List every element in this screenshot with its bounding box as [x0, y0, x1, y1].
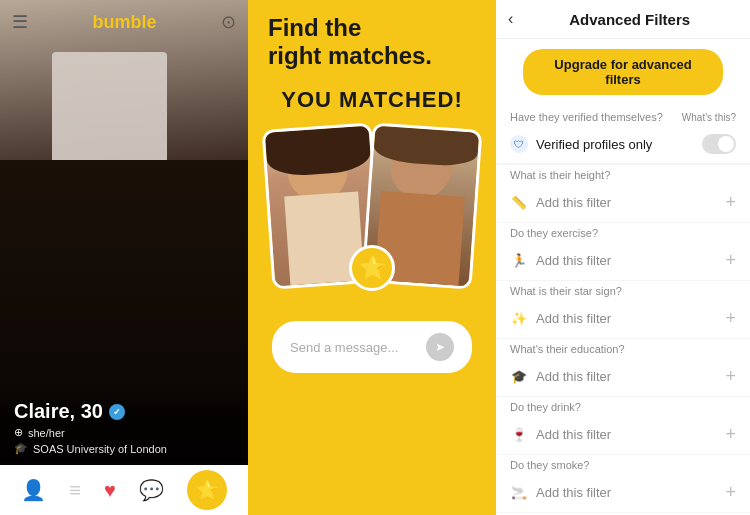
filter-icon[interactable]: ⊙	[221, 11, 236, 33]
match-header: Find the right matches.	[248, 0, 496, 75]
filter-section-5: Do they smoke? 🚬 Add this filter +	[496, 455, 750, 513]
filter-row-4[interactable]: 🍷 Add this filter +	[496, 415, 750, 455]
filter-label-0: Add this filter	[536, 195, 725, 210]
filter-row-2[interactable]: ✨ Add this filter +	[496, 299, 750, 339]
filter-add-icon-4[interactable]: +	[725, 424, 736, 445]
filters-title: Advanced Filters	[521, 11, 738, 28]
filter-section-1: Do they exercise? 🏃 Add this filter +	[496, 223, 750, 281]
star-badge[interactable]: ⭐	[187, 470, 227, 510]
filters-scroll: Upgrade for advanced filters Have they v…	[496, 39, 750, 515]
find-text: Find the right matches.	[268, 14, 476, 69]
filter-add-icon-1[interactable]: +	[725, 250, 736, 271]
filter-question-1: Do they exercise?	[496, 223, 750, 241]
filter-label-1: Add this filter	[536, 253, 725, 268]
profile-panel: ☰ bumble ⊙ Claire, 30 ✓ ⊕ she/her 🎓 SOAS…	[0, 0, 248, 515]
filter-add-icon-2[interactable]: +	[725, 308, 736, 329]
message-input-area[interactable]: Send a message... ➤	[272, 321, 472, 373]
filter-question-5: Do they smoke?	[496, 455, 750, 473]
profile-info: Claire, 30 ✓ ⊕ she/her 🎓 SOAS University…	[0, 388, 248, 463]
filter-icon-2: ✨	[510, 310, 528, 328]
filter-section-0: What is their height? 📏 Add this filter …	[496, 165, 750, 223]
filter-question-2: What is their star sign?	[496, 281, 750, 299]
filter-icon-0: 📏	[510, 194, 528, 212]
verified-filter-row: 🛡 Verified profiles only	[496, 125, 750, 164]
verified-top-row: Have they verified themselves? What's th…	[496, 105, 750, 125]
profile-pronoun: ⊕ she/her	[14, 426, 234, 439]
bottom-nav: 👤 ≡ ♥ 💬 ⭐	[0, 465, 248, 515]
filter-label-5: Add this filter	[536, 485, 725, 500]
upgrade-button[interactable]: Upgrade for advanced filters	[523, 49, 723, 95]
send-button[interactable]: ➤	[426, 333, 454, 361]
matched-label: YOU MATCHED!	[281, 87, 462, 113]
shield-icon: 🛡	[510, 135, 528, 153]
whats-this-link[interactable]: What's this?	[682, 112, 736, 123]
profile-top-bar: ☰ bumble ⊙	[0, 0, 248, 44]
heart-nav-icon[interactable]: ♥	[104, 479, 116, 502]
filter-row-0[interactable]: 📏 Add this filter +	[496, 183, 750, 223]
back-icon[interactable]: ☰	[12, 11, 28, 33]
bumble-logo: bumble	[92, 12, 156, 33]
filter-label-4: Add this filter	[536, 427, 725, 442]
profile-name: Claire, 30 ✓	[14, 400, 234, 423]
filter-row-3[interactable]: 🎓 Add this filter +	[496, 357, 750, 397]
filter-icon-4: 🍷	[510, 426, 528, 444]
filter-icon-5: 🚬	[510, 484, 528, 502]
match-panel: Find the right matches. YOU MATCHED! ⭐ S…	[248, 0, 496, 515]
filter-rows: What is their height? 📏 Add this filter …	[496, 165, 750, 515]
match-photos: ⭐	[267, 121, 477, 291]
message-placeholder: Send a message...	[290, 340, 398, 355]
filter-section-3: What's their education? 🎓 Add this filte…	[496, 339, 750, 397]
filter-question-0: What is their height?	[496, 165, 750, 183]
filter-section-4: Do they drink? 🍷 Add this filter +	[496, 397, 750, 455]
filter-label-2: Add this filter	[536, 311, 725, 326]
verified-section: Have they verified themselves? What's th…	[496, 105, 750, 165]
profile-university: 🎓 SOAS University of London	[14, 442, 234, 455]
filter-icon-1: 🏃	[510, 252, 528, 270]
filter-row-1[interactable]: 🏃 Add this filter +	[496, 241, 750, 281]
filter-add-icon-5[interactable]: +	[725, 482, 736, 503]
filter-question-4: Do they drink?	[496, 397, 750, 415]
filter-icon-3: 🎓	[510, 368, 528, 386]
filter-section-2: What is their star sign? ✨ Add this filt…	[496, 281, 750, 339]
verified-toggle[interactable]	[702, 134, 736, 154]
filters-panel: ‹ Advanced Filters Upgrade for advanced …	[496, 0, 750, 515]
filter-add-icon-3[interactable]: +	[725, 366, 736, 387]
menu-nav-icon[interactable]: ≡	[69, 479, 81, 502]
chat-nav-icon[interactable]: 💬	[139, 478, 164, 502]
filters-header: ‹ Advanced Filters	[496, 0, 750, 39]
match-star-icon: ⭐	[349, 245, 395, 291]
verified-filter-label: Verified profiles only	[536, 137, 702, 152]
back-button[interactable]: ‹	[508, 10, 513, 28]
verified-section-label: Have they verified themselves?	[510, 111, 663, 123]
filter-row-5[interactable]: 🚬 Add this filter +	[496, 473, 750, 513]
filter-add-icon-0[interactable]: +	[725, 192, 736, 213]
profile-nav-icon[interactable]: 👤	[21, 478, 46, 502]
verified-badge: ✓	[109, 404, 125, 420]
filter-question-3: What's their education?	[496, 339, 750, 357]
filter-label-3: Add this filter	[536, 369, 725, 384]
